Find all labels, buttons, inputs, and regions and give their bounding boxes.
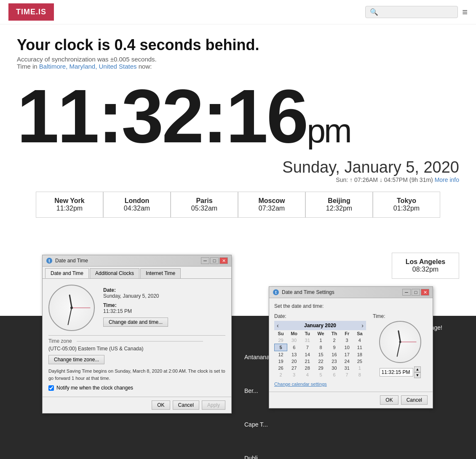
location-link[interactable]: Baltimore, Maryland, United States <box>39 63 137 70</box>
cal-day[interactable]: 20 <box>287 358 301 365</box>
dialog-maximize[interactable]: □ <box>210 257 219 264</box>
cal-day[interactable]: 28 <box>301 365 314 371</box>
notify-checkbox[interactable] <box>48 385 54 391</box>
cal-day[interactable]: 7 <box>341 371 353 378</box>
cal-day[interactable]: 27 <box>287 365 301 371</box>
cal-day[interactable]: 29 <box>314 365 328 371</box>
cal-day[interactable]: 6 <box>328 371 340 378</box>
dialog-titlebar-left: t Date and Time <box>46 257 88 264</box>
cal-day[interactable]: 22 <box>314 358 328 365</box>
cal-day[interactable]: 3 <box>287 371 301 378</box>
cal-day[interactable]: 21 <box>301 358 314 365</box>
city-clock-losangeles[interactable]: Los Angeles 08:32pm <box>392 253 459 279</box>
cal-day[interactable]: 10 <box>341 344 353 351</box>
settings-minimize[interactable]: ─ <box>402 289 411 296</box>
berlin-label: Ber... <box>244 387 258 394</box>
cal-day[interactable]: 3 <box>341 337 353 344</box>
cal-day-selected[interactable]: 5 <box>275 344 287 351</box>
cal-day[interactable]: 30 <box>328 365 340 371</box>
cal-day[interactable]: 23 <box>328 358 340 365</box>
city-clock-tokyo[interactable]: Tokyo 01:32pm <box>373 192 440 218</box>
cal-day[interactable]: 6 <box>287 344 301 351</box>
cal-day[interactable]: 30 <box>287 337 301 344</box>
cal-day[interactable]: 26 <box>275 365 287 371</box>
cal-day[interactable]: 4 <box>353 337 366 344</box>
cal-day[interactable]: 11 <box>353 344 366 351</box>
cal-day[interactable]: 5 <box>314 371 328 378</box>
cal-day[interactable]: 31 <box>341 365 353 371</box>
cal-day[interactable]: 14 <box>301 351 314 358</box>
settings-ok-button[interactable]: OK <box>380 395 398 405</box>
hero-section: Your clock is 0.4 seconds behind. Accura… <box>0 24 476 70</box>
analog-clock2 <box>379 321 421 363</box>
time-section: Time: ▲ ▼ <box>373 313 428 387</box>
win-datetime-settings-dialog: t Date and Time Settings ─ □ ✕ Set the d… <box>269 286 433 408</box>
cal-day[interactable]: 18 <box>353 351 366 358</box>
cal-day[interactable]: 17 <box>341 351 353 358</box>
search-bar[interactable]: 🔍 <box>365 6 458 18</box>
notify-row: Notify me when the clock changes <box>48 385 225 391</box>
city-clock-beijing[interactable]: Beijing 12:32pm <box>305 192 373 218</box>
dialog-close[interactable]: ✕ <box>219 257 228 264</box>
cal-day[interactable]: 8 <box>314 344 328 351</box>
cal-day[interactable]: 25 <box>353 358 366 365</box>
settings-cancel-button[interactable]: Cancel <box>401 395 428 405</box>
cal-month: January 2020 <box>304 323 336 328</box>
cal-day[interactable]: 1 <box>353 365 366 371</box>
settings-dialog-title: Date and Time Settings <box>282 289 334 295</box>
cal-day[interactable]: 1 <box>314 337 328 344</box>
cal-header-we: We <box>314 330 328 337</box>
cal-prev[interactable]: ‹ <box>277 322 279 329</box>
dialog-tabs: Date and Time Additional Clocks Internet… <box>43 267 231 279</box>
cal-day[interactable]: 7 <box>301 344 314 351</box>
cal-day[interactable]: 24 <box>341 358 353 365</box>
cal-day[interactable]: 31 <box>301 337 314 344</box>
cal-header-fr: Fr <box>341 330 353 337</box>
change-tz-btn[interactable]: Change time zone... <box>48 355 104 364</box>
cal-day[interactable]: 8 <box>353 371 366 378</box>
cancel-button[interactable]: Cancel <box>173 400 199 410</box>
settings-close[interactable]: ✕ <box>421 289 429 296</box>
cal-next[interactable]: › <box>361 322 364 329</box>
city-clocks-row: New York 11:32pm London 04:32am Paris 05… <box>0 183 476 222</box>
cal-day[interactable]: 4 <box>301 371 314 378</box>
settings-dialog-titlebar: t Date and Time Settings ─ □ ✕ <box>269 287 433 298</box>
time-up[interactable]: ▲ <box>414 366 421 372</box>
logo[interactable]: TIME.IS <box>8 3 54 21</box>
date-main: Sunday, January 5, 2020 <box>0 158 459 176</box>
cal-day[interactable]: 15 <box>314 351 328 358</box>
cal-day[interactable]: 9 <box>328 344 340 351</box>
tab-internet-time[interactable]: Internet Time <box>140 268 181 278</box>
cal-day[interactable]: 2 <box>328 337 340 344</box>
more-info-link[interactable]: More info <box>435 176 459 183</box>
tab-date-time[interactable]: Date and Time <box>45 268 89 278</box>
city-clock-newyork[interactable]: New York 11:32pm <box>36 192 103 218</box>
city-clock-moscow[interactable]: Moscow 07:32am <box>238 192 305 218</box>
cal-day[interactable]: 2 <box>275 371 287 378</box>
time-down[interactable]: ▼ <box>414 372 421 378</box>
clock-seconds: 16 <box>226 74 307 158</box>
cal-day[interactable]: 13 <box>287 351 301 358</box>
time-input[interactable] <box>380 368 413 376</box>
city-clock-paris[interactable]: Paris 05:32am <box>171 192 238 218</box>
cal-grid: Su Mo Tu We Th Fr Sa 29 <box>274 330 366 378</box>
search-input[interactable] <box>381 9 448 16</box>
city-clock-london[interactable]: London 04:32am <box>103 192 171 218</box>
tab-additional-clocks[interactable]: Additional Clocks <box>90 268 139 278</box>
dialog-title: Date and Time <box>55 258 88 264</box>
cal-day[interactable]: 29 <box>275 337 287 344</box>
cal-day[interactable]: 19 <box>275 358 287 365</box>
settings-maximize[interactable]: □ <box>412 289 420 296</box>
cal-row-3: 12 13 14 15 16 17 18 <box>275 351 366 358</box>
cal-settings-link[interactable]: Change calendar settings <box>274 382 366 387</box>
apply-button[interactable]: Apply <box>202 400 225 410</box>
menu-icon[interactable]: ≡ <box>462 7 468 18</box>
cal-day[interactable]: 16 <box>328 351 340 358</box>
ok-button[interactable]: OK <box>152 400 170 410</box>
dublin-label: Dubli... <box>244 455 263 459</box>
dialog-minimize[interactable]: ─ <box>201 257 209 264</box>
cal-day[interactable]: 12 <box>275 351 287 358</box>
cal-header-tu: Tu <box>301 330 314 337</box>
cal-row-5: 26 27 28 29 30 31 1 <box>275 365 366 371</box>
change-datetime-btn[interactable]: Change date and time... <box>103 318 168 327</box>
